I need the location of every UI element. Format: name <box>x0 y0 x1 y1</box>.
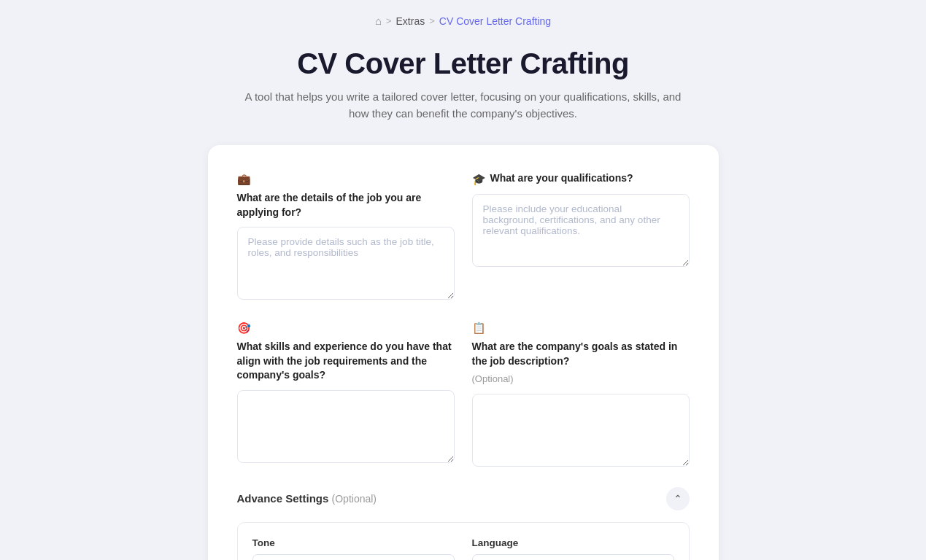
form-group-company-goals: 📋 What are the company's goals as stated… <box>472 320 690 466</box>
page-subtitle: A tool that helps you write a tailored c… <box>244 89 682 122</box>
tone-group: Tone Default Formal Casual Professional … <box>252 537 455 560</box>
page-header: CV Cover Letter Crafting A tool that hel… <box>15 47 911 122</box>
briefcase-icon: 💼 <box>237 171 251 187</box>
form-group-qualifications: 🎓 What are your qualifications? <box>472 171 690 300</box>
home-icon[interactable]: ⌂ <box>375 15 382 27</box>
company-goals-label: 📋 What are the company's goals as stated… <box>472 320 690 386</box>
advance-settings-label: Advance Settings (Optional) <box>237 492 377 505</box>
main-card: 💼 What are the details of the job you ar… <box>208 145 719 560</box>
language-select-wrapper: English Spanish French German Chinese ⌄ <box>472 554 674 560</box>
advance-settings-optional: (Optional) <box>332 493 377 505</box>
form-group-skills: 🎯 What skills and experience do you have… <box>237 320 455 466</box>
advance-settings-toggle[interactable]: ⌃ <box>666 487 690 510</box>
qualifications-label: 🎓 What are your qualifications? <box>472 171 690 187</box>
tone-select-wrapper: Default Formal Casual Professional Frien… <box>252 554 455 560</box>
clipboard-icon: 📋 <box>472 320 486 335</box>
company-goals-optional: (Optional) <box>472 373 514 386</box>
tone-label: Tone <box>252 537 455 548</box>
form-grid: 💼 What are the details of the job you ar… <box>237 171 690 467</box>
skills-textarea[interactable] <box>237 390 455 463</box>
job-details-textarea[interactable] <box>237 227 455 300</box>
language-label: Language <box>472 537 674 548</box>
breadcrumb-extras[interactable]: Extras <box>396 15 425 27</box>
breadcrumb-separator-2: > <box>429 15 435 26</box>
page-title: CV Cover Letter Crafting <box>15 47 911 80</box>
breadcrumb-separator-1: > <box>386 15 392 26</box>
breadcrumb: ⌂ > Extras > CV Cover Letter Crafting <box>15 15 911 27</box>
skills-label: 🎯 What skills and experience do you have… <box>237 320 455 383</box>
breadcrumb-current: CV Cover Letter Crafting <box>439 15 551 27</box>
advance-settings-header[interactable]: Advance Settings (Optional) ⌃ <box>237 487 690 510</box>
company-goals-textarea[interactable] <box>472 394 690 467</box>
job-details-label: 💼 What are the details of the job you ar… <box>237 171 455 219</box>
tone-select[interactable]: Default Formal Casual Professional Frien… <box>252 554 455 560</box>
language-select[interactable]: English Spanish French German Chinese <box>472 554 674 560</box>
form-group-job-details: 💼 What are the details of the job you ar… <box>237 171 455 300</box>
qualifications-textarea[interactable] <box>472 194 690 267</box>
language-group: Language English Spanish French German C… <box>472 537 674 560</box>
settings-grid: Tone Default Formal Casual Professional … <box>252 537 674 560</box>
settings-box: Tone Default Formal Casual Professional … <box>237 522 690 560</box>
target-icon: 🎯 <box>237 320 251 335</box>
graduation-icon: 🎓 <box>472 171 486 187</box>
